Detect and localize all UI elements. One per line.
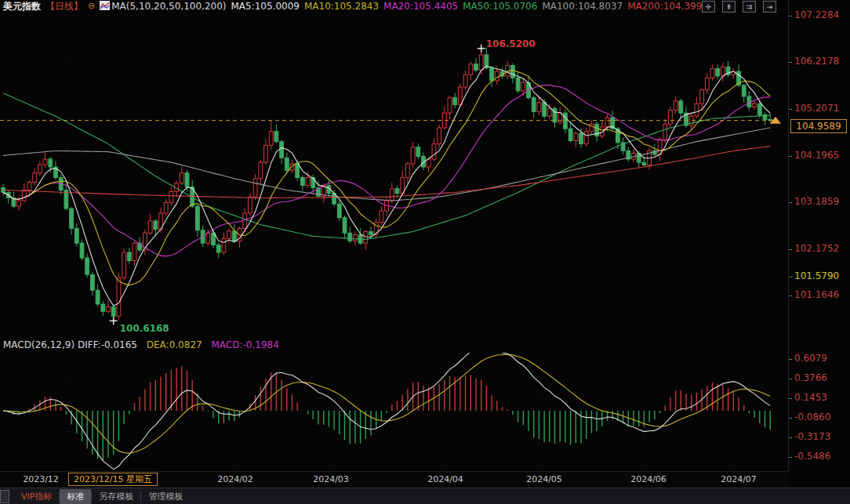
crosshair-icon[interactable]: ✛	[702, 1, 715, 13]
template-tab-bar: VIP指标标准另存模板管理模板	[0, 488, 850, 504]
ma-value-4: MA100:104.8037	[542, 1, 623, 12]
period-label[interactable]: 【日线】	[45, 1, 83, 12]
chart-header: 美元指数 【日线】 ⊖ MA(5,10,20,50,100,200) MA5:1…	[0, 0, 850, 13]
date-axis: 2023/122024/022024/032024/042024/052024/…	[0, 471, 788, 488]
axis-tick	[789, 202, 792, 203]
ma-value-3: MA50:105.0706	[463, 1, 537, 12]
low-price-annotation: 100.6168	[120, 323, 169, 334]
main-panel[interactable]	[0, 11, 788, 336]
date-label: 2024/03	[313, 474, 349, 484]
axis-tick	[789, 249, 792, 250]
macd-axis-label: -0.0860	[794, 412, 830, 422]
trading-app: 美元指数 【日线】 ⊖ MA(5,10,20,50,100,200) MA5:1…	[0, 0, 850, 504]
axis-tick	[789, 277, 792, 277]
axis-tick	[789, 379, 792, 379]
date-label: 2024/07	[721, 474, 757, 484]
axis-tick	[789, 109, 792, 110]
symbol-name: 美元指数	[3, 1, 41, 12]
macd-macd-label: MACD:-0.1984	[211, 339, 278, 350]
ma-value-2: MA20:105.4405	[383, 1, 458, 12]
price-axis-label: 103.1859	[794, 196, 839, 207]
axis-tick	[789, 437, 792, 438]
axis-tick	[789, 62, 792, 63]
pane-exit-icon[interactable]: ⇥	[763, 1, 776, 13]
price-axis-label: 104.1965	[794, 150, 839, 161]
tab-save-template[interactable]: 另存模板	[92, 489, 140, 504]
high-price-annotation: 106.5200	[486, 38, 536, 49]
macd-axis-label: 0.3766	[794, 372, 827, 383]
pane-collapse-icon[interactable]: ⇞	[722, 1, 736, 13]
macd-axis-label: 0.6079	[794, 353, 827, 364]
price-axis-label: 105.2071	[794, 103, 839, 114]
axis-tick	[789, 457, 792, 458]
tab-standard[interactable]: 标准	[60, 489, 91, 504]
date-label: 2023/12	[23, 474, 59, 484]
ma-value-5: MA200:104.3994	[627, 1, 708, 12]
mini-chart-icon[interactable]	[100, 1, 110, 13]
ma-settings: MA(5,10,20,50,100,200)	[111, 1, 226, 12]
price-axis: 107.2284106.2178105.2071104.1965103.1859…	[788, 0, 850, 471]
macd-dea-label: DEA:0.0827	[147, 339, 202, 350]
price-axis-label: 102.1752	[794, 243, 839, 254]
tab-vip-indicator[interactable]: VIP指标	[14, 489, 59, 504]
date-label: 2024/05	[526, 474, 562, 484]
date-label: 2024/06	[630, 474, 667, 484]
ma-value-1: MA10:105.2843	[304, 1, 379, 12]
cursor-date-box: 2023/12/15 星期五	[68, 473, 158, 486]
special-price-label: 101.5790	[794, 270, 839, 281]
macd-axis-label: -0.3173	[794, 431, 830, 442]
axis-tick	[789, 156, 792, 157]
candlestick-chart-canvas[interactable]: 106.5200100.6168	[0, 0, 788, 471]
price-axis-label: 101.1646	[794, 289, 839, 300]
axis-tick	[789, 16, 792, 16]
axis-tick	[789, 418, 792, 419]
minus-circle-icon[interactable]: ⊖	[88, 1, 95, 12]
macd-diff-label: MACD(26,12,9) DIFF:-0.0165	[3, 339, 137, 350]
pane-play-icon[interactable]: ⇉	[743, 1, 756, 13]
axis-tick	[789, 296, 792, 296]
date-label: 2024/02	[217, 474, 253, 484]
chart-toolbar: ✛⇞⇉⇥	[699, 1, 781, 13]
grid-menu-icon[interactable]	[0, 490, 9, 503]
price-axis-label: 106.2178	[794, 56, 839, 67]
macd-header: MACD(26,12,9) DIFF:-0.0165 DEA:0.0827 MA…	[3, 339, 285, 350]
axis-tick	[789, 398, 792, 399]
ma-value-0: MA5:105.0009	[231, 1, 300, 12]
ma-values: MA5:105.0009MA10:105.2843MA20:105.4405MA…	[231, 1, 712, 12]
axis-tick	[789, 359, 792, 360]
tab-manage-template[interactable]: 管理模板	[141, 489, 190, 504]
current-price-tag: 104.9589	[790, 119, 847, 133]
macd-axis-label: 0.1453	[794, 392, 827, 403]
macd-panel[interactable]	[0, 346, 788, 471]
macd-axis-label: -0.5486	[794, 451, 830, 462]
date-label: 2024/04	[427, 474, 463, 484]
